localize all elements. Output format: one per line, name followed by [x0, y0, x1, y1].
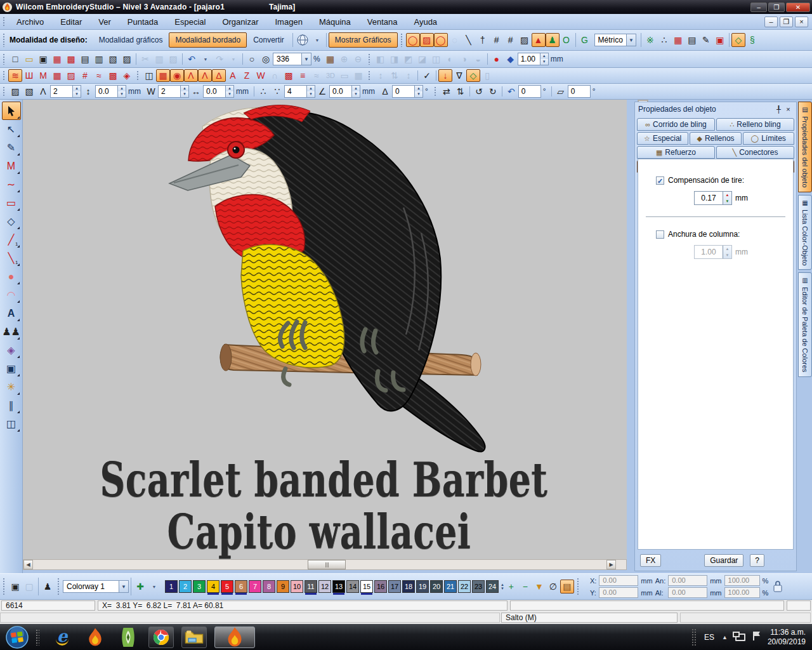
side-tab-lista-color-objeto[interactable]: ▦Lista Color-Objeto [798, 195, 812, 270]
graphics-mode-button[interactable]: Modalidad gráficos [93, 32, 169, 48]
spin-up-icon[interactable]: ▲ [73, 86, 81, 91]
window-minimize-button[interactable]: – [750, 3, 767, 12]
single-line-tool[interactable]: ╱1 [2, 230, 21, 249]
auto-fade-icon[interactable]: ↕ [374, 69, 388, 82]
mdi-minimize-button[interactable]: – [764, 17, 778, 27]
mixer-dropdown-icon[interactable]: ▼ [147, 580, 161, 594]
freehand-tool[interactable]: ∼ [2, 175, 21, 194]
spin-up-icon[interactable]: ▲ [226, 86, 233, 91]
toolbar-grip[interactable] [368, 70, 371, 81]
design-canvas[interactable]: Scarlet banded Barbet Capito wallacei ▲ … [23, 100, 627, 570]
template-doc-icon[interactable]: ✎ [699, 33, 713, 47]
skew-icon[interactable]: ▱ [554, 84, 568, 98]
hide-colors-icon[interactable]: ▢ [22, 580, 36, 594]
color-swatch-11[interactable]: 11 [304, 580, 317, 593]
color-swatch-20[interactable]: 20 [430, 580, 443, 593]
tatami-stitch-icon[interactable]: ▨ [64, 69, 78, 82]
toolbar-grip[interactable] [3, 86, 6, 97]
add-color-icon[interactable]: + [504, 580, 518, 594]
color-swatch-6[interactable]: 6 [235, 580, 247, 593]
color-swatch-23[interactable]: 23 [472, 580, 485, 593]
units-combo[interactable]: Métrico ▼ [594, 34, 636, 46]
stitch-length-spinner[interactable]: 0.0▲▼ [95, 85, 126, 98]
toolbar-grip[interactable] [3, 578, 6, 595]
weld-icon[interactable]: ◧ [374, 52, 388, 66]
window-restore-button[interactable]: ❐ [768, 3, 785, 12]
side-tab-propiedades[interactable]: ▤Propiedades del objeto [798, 102, 812, 192]
internet-explorer-icon[interactable]: e [49, 627, 75, 648]
spin-down-icon[interactable]: ▼ [415, 91, 422, 97]
spin-down-icon[interactable]: ▼ [118, 91, 126, 97]
network-icon[interactable] [735, 633, 745, 641]
color-swatch-5[interactable]: 5 [221, 580, 233, 593]
spin-up-icon[interactable]: ▲ [181, 86, 188, 91]
color-swatch-1[interactable]: 1 [165, 580, 178, 593]
guardar-button[interactable]: Guardar [704, 554, 743, 567]
column-tool[interactable]: ◫ [2, 415, 21, 433]
underlay-count-spinner[interactable]: 2▲▼ [50, 85, 81, 98]
travel-jump-icon[interactable]: ↕ [402, 69, 416, 82]
node-line-icon[interactable]: ╲ [462, 33, 476, 47]
radial-fill-icon[interactable]: Λ [184, 69, 198, 82]
star-fill-icon[interactable]: ∆ [212, 69, 226, 82]
menu-especial[interactable]: Especial [166, 15, 214, 29]
color-swatch-12[interactable]: 12 [318, 580, 331, 593]
swirl-icon[interactable]: § [745, 33, 759, 47]
show-hidden-icons-icon[interactable]: ▲ [722, 634, 728, 640]
color-swatch-18[interactable]: 18 [402, 580, 415, 593]
spiral-fill-icon[interactable]: ◉ [170, 69, 184, 82]
menu-puntada[interactable]: Puntada [119, 15, 166, 29]
column-width-spinner[interactable]: 1.00 ▲▼ [694, 245, 732, 259]
redo-icon[interactable]: ↷ [213, 52, 226, 66]
start-button[interactable] [5, 625, 29, 649]
toolbar-grip[interactable] [577, 578, 580, 595]
language-indicator[interactable]: ES [704, 633, 714, 642]
zoom-in-icon[interactable]: ⊕ [337, 52, 351, 66]
reshape-tool[interactable]: ↖ [2, 120, 21, 138]
toolbar-grip[interactable] [434, 86, 437, 97]
chrome-icon[interactable] [148, 627, 174, 648]
monogram-tool[interactable]: ◈ [2, 341, 21, 359]
spin-up-icon[interactable]: ▲ [415, 86, 422, 91]
hoop-dropdown-arrow-icon[interactable]: ▼ [310, 33, 324, 47]
design-text-line2[interactable]: Capito wallacei [100, 505, 538, 559]
snap-points-icon[interactable]: ● [490, 52, 504, 66]
basket-weave-icon[interactable]: ▦ [351, 69, 365, 82]
satin-raised-icon[interactable]: Ш [22, 69, 36, 82]
spin-up-icon[interactable]: ▲ [723, 192, 731, 198]
menubar-grip[interactable] [3, 17, 6, 27]
outline-ellipse-icon[interactable]: ◌ [448, 33, 462, 47]
action-center-icon[interactable] [753, 632, 760, 642]
color-swatch-13[interactable]: 13 [332, 580, 345, 593]
weave-fill-icon[interactable]: ▩ [106, 69, 120, 82]
spacing-up-icon[interactable]: ▲ [540, 53, 548, 59]
color-swatch-19[interactable]: 19 [416, 580, 429, 593]
zoom-1to1-icon[interactable]: ◎ [259, 52, 273, 66]
tab-relleno-bling[interactable]: ∴Relleno bling [716, 118, 794, 131]
letter-o-icon[interactable]: O [560, 33, 573, 47]
span-width-spinner[interactable]: 0.0▲▼ [203, 85, 234, 98]
underlay-1-icon[interactable]: ▨ [8, 84, 22, 98]
front-shape-icon[interactable]: ◐ [443, 52, 457, 66]
flower-pot-icon[interactable]: ※ [643, 33, 657, 47]
3d-effect-icon[interactable]: 3D [324, 69, 337, 82]
cut-icon[interactable]: ✂ [138, 52, 152, 66]
panel-close-icon[interactable]: × [783, 105, 793, 114]
undo-dropdown-icon[interactable]: ▼ [199, 52, 213, 66]
needle-point-icon[interactable]: ↓ [438, 69, 452, 82]
stitch-types-icon[interactable]: ▤ [685, 33, 699, 47]
angle-spinner[interactable]: 0.0▲▼ [329, 85, 360, 98]
stitch-grid-icon[interactable]: # [504, 33, 518, 47]
spin-down-icon[interactable]: ▼ [352, 91, 360, 97]
satin-fill-icon[interactable]: ◯ [406, 33, 420, 47]
fill-bucket-icon[interactable]: ▼ [532, 580, 546, 594]
stitch-edit-tool[interactable]: M [2, 157, 21, 175]
ribbon-icon[interactable]: Z [240, 69, 254, 82]
export-design-icon[interactable]: ▩ [64, 52, 78, 66]
dot-matrix-icon[interactable]: ∴ [657, 33, 671, 47]
column-width-checkbox[interactable] [656, 230, 664, 239]
digitize-rect-tool[interactable]: ▭ [2, 194, 21, 212]
contour-fill-icon[interactable]: ◯ [434, 33, 448, 47]
tab-corrido-de-bling[interactable]: ∞Corrido de bling [637, 118, 715, 131]
rotate-value-icon[interactable]: ∆ [378, 84, 392, 98]
